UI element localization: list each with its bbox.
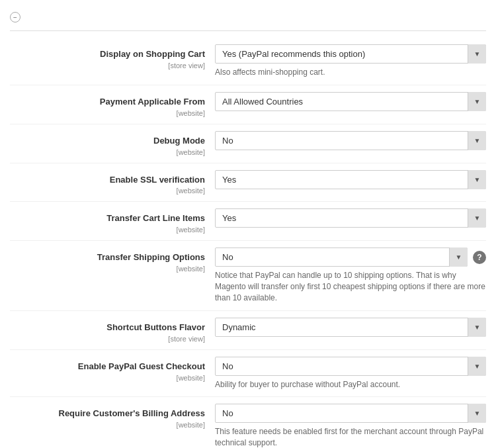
label-main-payment-applicable-from: Payment Applicable From [10, 97, 205, 108]
label-col-enable-ssl-verification: Enable SSL verification[website] [10, 170, 215, 195]
select-transfer-shipping-options[interactable]: YesNo [215, 247, 468, 267]
control-col-payment-applicable-from: All Allowed CountriesSpecific Countries▼ [215, 92, 486, 111]
form-row-payment-applicable-from: Payment Applicable From[website]All Allo… [10, 85, 486, 124]
label-scope-shortcut-buttons-flavor: [store view] [10, 335, 205, 343]
label-scope-require-billing-address: [website] [10, 421, 205, 429]
label-scope-debug-mode: [website] [10, 148, 205, 156]
form-row-transfer-cart-line-items: Transfer Cart Line Items[website]YesNo▼ [10, 202, 486, 241]
select-wrapper-enable-ssl-verification: YesNo▼ [215, 170, 486, 189]
select-enable-ssl-verification[interactable]: YesNo [215, 170, 486, 189]
control-col-enable-paypal-guest-checkout: YesNo▼Ability for buyer to purchase with… [215, 357, 486, 390]
help-note-require-billing-address: This feature needs be enabled first for … [215, 426, 486, 448]
label-main-enable-ssl-verification: Enable SSL verification [10, 175, 205, 186]
label-col-transfer-cart-line-items: Transfer Cart Line Items[website] [10, 208, 215, 234]
label-main-require-billing-address: Require Customer's Billing Address [10, 408, 205, 420]
label-main-debug-mode: Debug Mode [10, 136, 205, 147]
control-col-require-billing-address: NoFor Virtual QuotesAlways▼This feature … [215, 404, 486, 448]
label-col-shortcut-buttons-flavor: Shortcut Buttons Flavor[store view] [10, 318, 215, 343]
control-col-shortcut-buttons-flavor: DynamicStatic▼ [215, 318, 486, 337]
label-scope-transfer-shipping-options: [website] [10, 265, 205, 273]
page-container: − Display on Shopping Cart[store view]Ye… [0, 0, 496, 448]
label-main-enable-paypal-guest-checkout: Enable PayPal Guest Checkout [10, 361, 205, 373]
control-row-enable-ssl-verification: YesNo▼ [215, 170, 486, 189]
label-main-transfer-cart-line-items: Transfer Cart Line Items [10, 213, 205, 224]
select-wrapper-transfer-cart-line-items: YesNo▼ [215, 208, 486, 228]
form-row-enable-ssl-verification: Enable SSL verification[website]YesNo▼ [10, 163, 486, 202]
select-wrapper-enable-paypal-guest-checkout: YesNo▼ [215, 357, 486, 376]
control-row-shortcut-buttons-flavor: DynamicStatic▼ [215, 318, 486, 337]
form-row-shortcut-buttons-flavor: Shortcut Buttons Flavor[store view]Dynam… [10, 311, 486, 350]
label-scope-transfer-cart-line-items: [website] [10, 226, 205, 234]
form-row-require-billing-address: Require Customer's Billing Address[websi… [10, 397, 486, 448]
collapse-icon[interactable]: − [10, 12, 21, 22]
control-col-transfer-shipping-options: YesNo▼?Notice that PayPal can handle up … [215, 247, 486, 303]
select-require-billing-address[interactable]: NoFor Virtual QuotesAlways [215, 404, 486, 423]
help-note-enable-paypal-guest-checkout: Ability for buyer to purchase without Pa… [215, 379, 486, 390]
control-row-transfer-shipping-options: YesNo▼? [215, 247, 486, 267]
help-icon-transfer-shipping-options[interactable]: ? [473, 251, 486, 264]
control-col-debug-mode: YesNo▼ [215, 131, 486, 150]
label-scope-enable-ssl-verification: [website] [10, 187, 205, 195]
control-col-display-shopping-cart: Yes (PayPal recommends this option)No▼Al… [215, 44, 486, 78]
help-note-transfer-shipping-options: Notice that PayPal can handle up to 10 s… [215, 270, 486, 303]
select-transfer-cart-line-items[interactable]: YesNo [215, 208, 486, 228]
control-row-display-shopping-cart: Yes (PayPal recommends this option)No▼ [215, 44, 486, 64]
label-main-display-shopping-cart: Display on Shopping Cart [10, 49, 205, 60]
control-row-payment-applicable-from: All Allowed CountriesSpecific Countries▼ [215, 92, 486, 111]
select-wrapper-require-billing-address: NoFor Virtual QuotesAlways▼ [215, 404, 486, 423]
form-row-transfer-shipping-options: Transfer Shipping Options[website]YesNo▼… [10, 241, 486, 310]
form-row-debug-mode: Debug Mode[website]YesNo▼ [10, 124, 486, 163]
select-display-shopping-cart[interactable]: Yes (PayPal recommends this option)No [215, 44, 486, 64]
form-row-enable-paypal-guest-checkout: Enable PayPal Guest Checkout[website]Yes… [10, 350, 486, 398]
select-wrapper-payment-applicable-from: All Allowed CountriesSpecific Countries▼ [215, 92, 486, 111]
control-row-debug-mode: YesNo▼ [215, 131, 486, 150]
select-wrapper-transfer-shipping-options: YesNo▼ [215, 247, 468, 267]
help-note-display-shopping-cart: Also affects mini-shopping cart. [215, 67, 486, 78]
select-wrapper-debug-mode: YesNo▼ [215, 131, 486, 150]
select-shortcut-buttons-flavor[interactable]: DynamicStatic [215, 318, 486, 337]
label-scope-display-shopping-cart: [store view] [10, 62, 205, 69]
select-payment-applicable-from[interactable]: All Allowed CountriesSpecific Countries [215, 92, 486, 111]
control-row-require-billing-address: NoFor Virtual QuotesAlways▼ [215, 404, 486, 423]
label-col-display-shopping-cart: Display on Shopping Cart[store view] [10, 44, 215, 69]
control-row-enable-paypal-guest-checkout: YesNo▼ [215, 357, 486, 376]
section-header: − [10, 7, 486, 31]
form-body: Display on Shopping Cart[store view]Yes … [10, 31, 486, 448]
select-debug-mode[interactable]: YesNo [215, 131, 486, 150]
label-scope-enable-paypal-guest-checkout: [website] [10, 374, 205, 382]
label-col-debug-mode: Debug Mode[website] [10, 131, 215, 156]
label-col-enable-paypal-guest-checkout: Enable PayPal Guest Checkout[website] [10, 357, 215, 382]
label-col-payment-applicable-from: Payment Applicable From[website] [10, 92, 215, 117]
control-row-transfer-cart-line-items: YesNo▼ [215, 208, 486, 228]
label-main-shortcut-buttons-flavor: Shortcut Buttons Flavor [10, 322, 205, 334]
select-wrapper-display-shopping-cart: Yes (PayPal recommends this option)No▼ [215, 44, 486, 64]
select-wrapper-shortcut-buttons-flavor: DynamicStatic▼ [215, 318, 486, 337]
label-col-transfer-shipping-options: Transfer Shipping Options[website] [10, 247, 215, 273]
control-col-enable-ssl-verification: YesNo▼ [215, 170, 486, 189]
label-scope-payment-applicable-from: [website] [10, 109, 205, 117]
form-row-display-shopping-cart: Display on Shopping Cart[store view]Yes … [10, 38, 486, 85]
label-main-transfer-shipping-options: Transfer Shipping Options [10, 252, 205, 263]
label-col-require-billing-address: Require Customer's Billing Address[websi… [10, 404, 215, 429]
select-enable-paypal-guest-checkout[interactable]: YesNo [215, 357, 486, 376]
control-col-transfer-cart-line-items: YesNo▼ [215, 208, 486, 228]
